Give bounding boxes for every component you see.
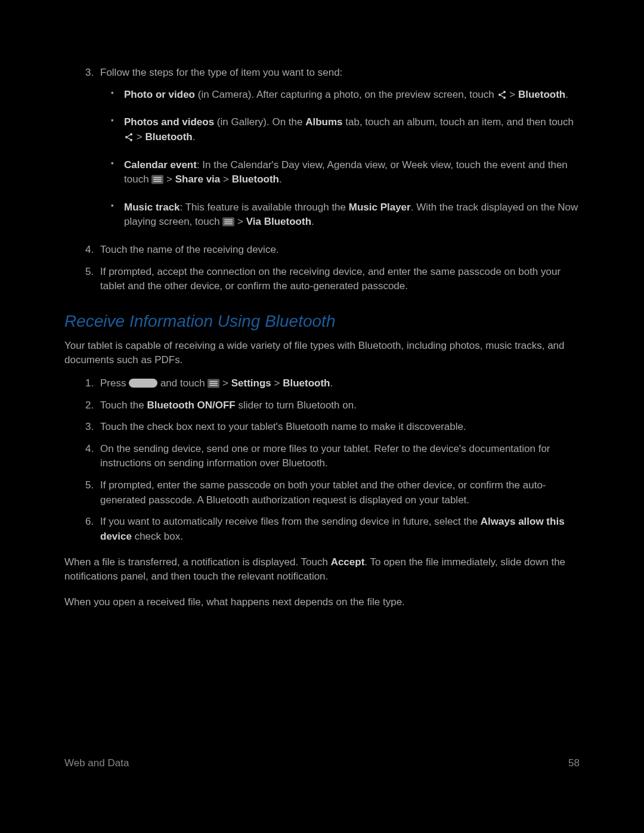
- sub-calendar-event: Calendar event: In the Calendar's Day vi…: [124, 158, 580, 187]
- svg-point-3: [130, 133, 132, 135]
- section-heading-receive-bluetooth: Receive Information Using Bluetooth: [64, 309, 580, 334]
- step-3-text: Follow the steps for the type of item yo…: [100, 67, 342, 78]
- svg-rect-9: [154, 181, 162, 182]
- receive-steps-list: Press and touch > Settings > Bluetooth. …: [64, 376, 580, 544]
- menu-icon: [222, 217, 234, 227]
- sub-gallery-label: Photos and videos: [124, 116, 214, 128]
- open-file-paragraph: When you open a received file, what happ…: [64, 595, 580, 610]
- sub-photo-video: Photo or video (in Camera). After captur…: [124, 88, 580, 103]
- svg-point-1: [499, 94, 501, 96]
- receive-step-5: If prompted, enter the same passcode on …: [97, 478, 580, 507]
- sub-calendar-label: Calendar event: [124, 159, 197, 171]
- svg-rect-16: [210, 383, 218, 384]
- svg-rect-11: [225, 219, 233, 221]
- menu-icon: [151, 175, 163, 184]
- receive-step-4: On the sending device, send one or more …: [97, 442, 580, 471]
- sub-music-track: Music track: This feature is available t…: [124, 200, 580, 230]
- svg-rect-8: [154, 179, 162, 180]
- step-5: If prompted, accept the connection on th…: [97, 265, 580, 294]
- page-footer: Web and Data 58: [64, 756, 580, 771]
- step-3: Follow the steps for the type of item yo…: [97, 66, 580, 230]
- receive-step-6: If you want to automatically receive fil…: [97, 515, 580, 544]
- sub-music-label: Music track: [124, 202, 180, 213]
- bluetooth-label: Bluetooth: [518, 89, 565, 100]
- step-4: Touch the name of the receiving device.: [97, 243, 580, 258]
- svg-rect-12: [225, 222, 233, 223]
- receive-intro-paragraph: Your tablet is capable of receiving a wi…: [64, 339, 580, 368]
- transfer-notification-paragraph: When a file is transferred, a notificati…: [64, 555, 580, 584]
- svg-point-4: [125, 136, 128, 138]
- footer-section-name: Web and Data: [64, 756, 129, 771]
- home-button-icon: [129, 379, 157, 388]
- manual-page: Follow the steps for the type of item yo…: [0, 0, 644, 833]
- sub-photo-video-label: Photo or video: [124, 89, 195, 100]
- receive-step-1: Press and touch > Settings > Bluetooth.: [97, 376, 580, 391]
- menu-icon: [208, 379, 219, 388]
- bluetooth-label: Bluetooth: [232, 174, 279, 185]
- footer-page-number: 58: [568, 756, 580, 771]
- sub-photos-videos-gallery: Photos and videos (in Gallery). On the A…: [124, 115, 580, 144]
- share-icon: [497, 90, 507, 100]
- receive-step-2: Touch the Bluetooth ON/OFF slider to tur…: [97, 398, 580, 413]
- bluetooth-label: Bluetooth: [145, 131, 192, 143]
- svg-rect-15: [210, 381, 218, 382]
- svg-point-0: [503, 91, 506, 93]
- svg-point-5: [130, 139, 132, 141]
- receive-step-3: Touch the check box next to your tablet'…: [97, 420, 580, 435]
- send-steps-list-continued: Follow the steps for the type of item yo…: [64, 66, 580, 294]
- svg-point-2: [503, 96, 506, 98]
- step-3-sublist: Photo or video (in Camera). After captur…: [100, 88, 580, 230]
- svg-rect-13: [225, 224, 233, 225]
- svg-rect-17: [210, 385, 218, 386]
- share-icon: [124, 132, 134, 142]
- svg-rect-7: [154, 177, 162, 178]
